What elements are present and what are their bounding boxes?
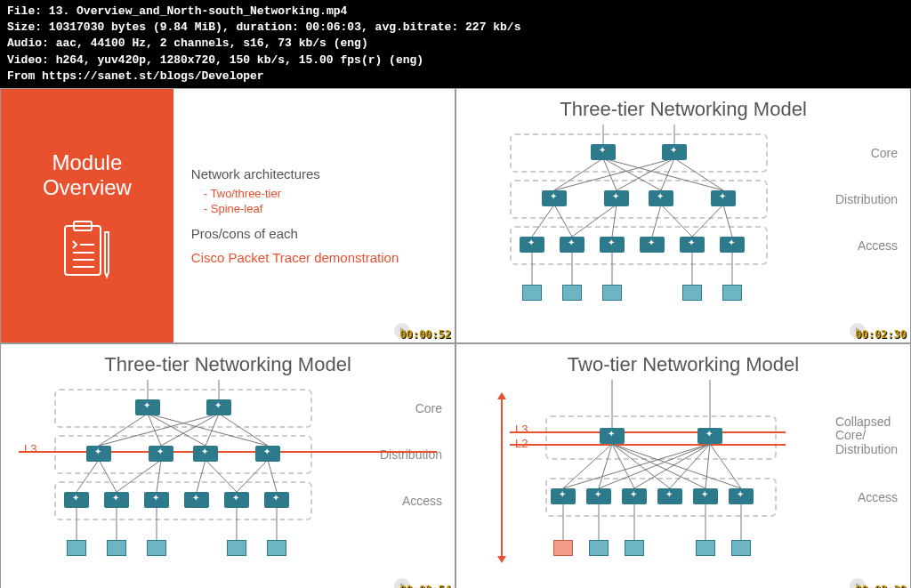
timestamp-3: 00:02:54 — [399, 584, 451, 588]
access-switch — [729, 488, 754, 504]
dist-switch — [711, 190, 736, 206]
dist-switch — [193, 446, 218, 462]
svg-line-15 — [674, 158, 723, 190]
collapsed-switch — [600, 428, 625, 444]
svg-line-17 — [554, 205, 572, 237]
access-switch — [560, 237, 584, 253]
host-pc — [589, 540, 609, 556]
svg-line-20 — [652, 205, 661, 237]
host-pc — [67, 540, 86, 556]
from-line: From https://sanet.st/blogs/Developer — [7, 68, 904, 85]
timestamp-2: 00:02:30 — [855, 328, 907, 341]
host-server — [147, 540, 166, 556]
arch-heading: Network architectures — [191, 166, 437, 181]
access-switch — [693, 488, 718, 504]
svg-line-57 — [612, 444, 670, 488]
svg-line-42 — [157, 460, 161, 492]
svg-line-45 — [237, 460, 268, 492]
svg-line-62 — [634, 444, 710, 488]
file-info-header: File: 13. Overview_and_North-south_Netwo… — [0, 0, 911, 88]
host-server — [696, 540, 715, 556]
access-switch — [622, 488, 647, 504]
arch-sub2: Spine-leaf — [204, 202, 437, 215]
three-tier-diagram: Core Distribution Access — [456, 125, 910, 334]
dist-switch — [255, 446, 280, 462]
svg-line-36 — [161, 414, 219, 446]
audio-line: Audio: aac, 44100 Hz, 2 channels, s16, 7… — [7, 36, 904, 52]
diagram-title-2: Three-tier Networking Model — [456, 89, 910, 125]
svg-line-18 — [572, 205, 617, 237]
diagram-title-4: Two-tier Networking Model — [456, 344, 910, 380]
dist-switch — [649, 190, 673, 206]
timestamp-4: 00:03:29 — [855, 584, 907, 588]
svg-line-10 — [603, 158, 661, 190]
svg-line-65 — [710, 444, 741, 488]
host-server — [227, 540, 246, 556]
host-server — [602, 285, 622, 301]
svg-line-46 — [268, 460, 277, 492]
access-switch — [104, 492, 129, 508]
thumbnail-grid: Module Overview Network architectures Tw… — [0, 88, 911, 588]
host-pc — [722, 285, 742, 301]
core-switch — [135, 399, 160, 415]
module-overview-banner: Module Overview — [1, 89, 173, 342]
two-tier-diagram: Collapsed Core/ Distribution Access L3 L… — [456, 380, 910, 588]
svg-line-39 — [77, 460, 99, 492]
arch-sub1: Two/three-tier — [204, 187, 437, 200]
module-title: Module Overview — [43, 150, 132, 202]
thumbnail-2[interactable]: Three-tier Networking Model Core Distrib… — [456, 88, 911, 343]
diagram-title-3: Three-tier Networking Model — [1, 344, 455, 380]
access-switch — [184, 492, 209, 508]
thumbnail-1[interactable]: Module Overview Network architectures Tw… — [0, 88, 456, 343]
dist-switch — [149, 446, 173, 462]
svg-line-22 — [692, 205, 723, 237]
timestamp-1: 00:00:52 — [399, 328, 451, 341]
dist-switch — [86, 446, 111, 462]
access-switch — [600, 237, 625, 253]
pros-cons: Pros/cons of each — [191, 226, 437, 241]
access-switch — [640, 237, 665, 253]
core-switch — [662, 144, 687, 160]
svg-line-23 — [723, 205, 732, 237]
svg-line-16 — [532, 205, 554, 237]
core-switch — [206, 399, 231, 415]
host-pc-red — [553, 540, 573, 556]
svg-line-44 — [206, 460, 237, 492]
svg-line-38 — [219, 414, 268, 446]
svg-line-55 — [599, 444, 612, 488]
demo-text: Cisco Packet Tracer demonstration — [191, 250, 437, 265]
access-switch — [64, 492, 89, 508]
access-switch — [657, 488, 682, 504]
host-server — [682, 285, 702, 301]
size-line: Size: 10317030 bytes (9.84 MiB), duratio… — [7, 20, 904, 36]
three-tier-l3-diagram: Core Distribution Access L3 — [1, 380, 455, 588]
svg-line-58 — [612, 444, 705, 488]
access-switch — [551, 488, 576, 504]
access-switch — [520, 237, 544, 253]
host-pc — [522, 285, 542, 301]
svg-line-8 — [554, 158, 603, 190]
access-switch — [264, 492, 289, 508]
svg-line-33 — [148, 414, 206, 446]
svg-line-54 — [563, 444, 612, 488]
host-pc — [267, 540, 286, 556]
host-pc — [562, 285, 582, 301]
svg-line-60 — [563, 444, 710, 488]
dist-switch — [542, 190, 567, 206]
access-switch — [224, 492, 249, 508]
clipboard-icon — [60, 219, 114, 281]
host-server — [625, 540, 644, 556]
thumbnail-4[interactable]: Two-tier Networking Model Collapsed Core… — [456, 343, 911, 588]
access-switch — [680, 237, 705, 253]
network-lines-4 — [456, 380, 910, 588]
svg-line-19 — [612, 205, 617, 237]
video-line: Video: h264, yuv420p, 1280x720, 150 kb/s… — [7, 52, 904, 68]
access-switch — [720, 237, 745, 253]
host-pc — [107, 540, 126, 556]
file-line: File: 13. Overview_and_North-south_Netwo… — [7, 4, 904, 20]
svg-line-43 — [197, 460, 206, 492]
dist-switch — [604, 190, 629, 206]
core-switch — [591, 144, 616, 160]
svg-line-31 — [99, 414, 148, 446]
thumbnail-3[interactable]: Three-tier Networking Model Core Distrib… — [0, 343, 456, 588]
